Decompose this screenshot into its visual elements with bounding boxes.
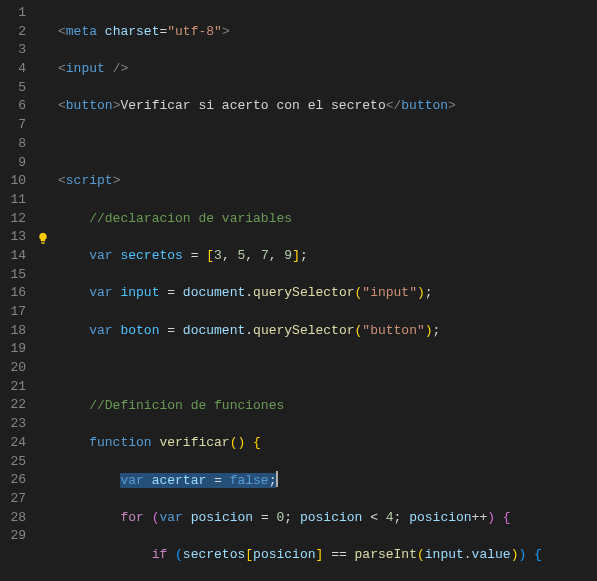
code-line[interactable]: //declaracion de variables [58,210,597,229]
line-number: 3 [0,41,36,60]
code-line[interactable]: var secretos = [3, 5, 7, 9]; [58,247,597,266]
svg-rect-1 [42,243,45,244]
code-line[interactable]: <input /> [58,60,597,79]
line-number: 10 [0,172,36,191]
line-number: 19 [0,340,36,359]
code-line[interactable]: if (secretos[posicion] == parseInt(input… [58,546,597,565]
line-number: 27 [0,490,36,509]
code-line[interactable]: <script> [58,172,597,191]
line-number: 23 [0,415,36,434]
line-number: 7 [0,116,36,135]
line-number: 28 [0,509,36,528]
line-number: 24 [0,434,36,453]
line-number: 2 [0,23,36,42]
code-line[interactable] [58,135,597,154]
line-number: 12 [0,210,36,229]
code-line[interactable]: var acertar = false; [58,471,597,490]
line-number: 22 [0,396,36,415]
svg-rect-0 [41,241,45,242]
code-line[interactable]: //Definicion de funciones [58,397,597,416]
line-number: 17 [0,303,36,322]
line-number: 8 [0,135,36,154]
line-number: 9 [0,154,36,173]
code-line[interactable] [58,359,597,378]
line-number: 16 [0,284,36,303]
line-number: 4 [0,60,36,79]
code-line[interactable]: for (var posicion = 0; posicion < 4; pos… [58,509,597,528]
line-number: 18 [0,322,36,341]
line-number: 14 [0,247,36,266]
selection: var acertar = false; [120,473,276,488]
line-number: 26 [0,471,36,490]
line-number: 15 [0,266,36,285]
line-number: 13 [0,228,36,247]
line-number: 6 [0,97,36,116]
code-line[interactable]: <button>Verificar si acerto con el secre… [58,97,597,116]
line-number: 29 [0,527,36,546]
line-number: 20 [0,359,36,378]
line-number: 1 [0,4,36,23]
text-cursor [276,471,278,487]
code-line[interactable]: var boton = document.querySelector("butt… [58,322,597,341]
line-number: 5 [0,79,36,98]
code-line[interactable]: function verificar() { [58,434,597,453]
line-number: 21 [0,378,36,397]
code-editor[interactable]: 1 2 3 4 5 6 7 8 9 10 11 12 13 14 15 16 1… [0,0,597,581]
line-number-gutter: 1 2 3 4 5 6 7 8 9 10 11 12 13 14 15 16 1… [0,0,36,581]
code-area[interactable]: <meta charset="utf-8"> <input /> <button… [36,0,597,581]
code-line[interactable]: var input = document.querySelector("inpu… [58,284,597,303]
code-line[interactable]: <meta charset="utf-8"> [58,23,597,42]
line-number: 11 [0,191,36,210]
line-number: 25 [0,453,36,472]
lightbulb-icon[interactable] [36,228,50,247]
